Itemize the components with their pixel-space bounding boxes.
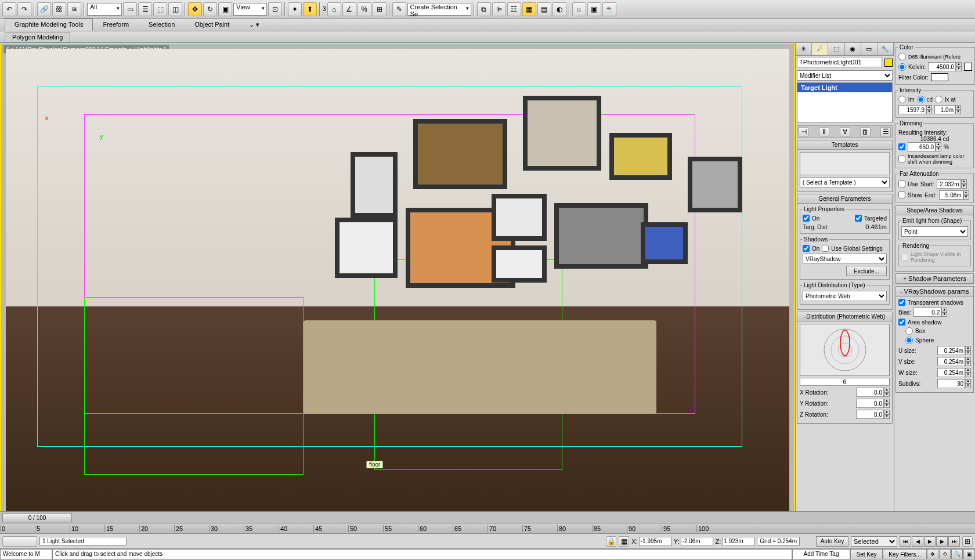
remove-modifier-icon[interactable]: 🗑	[860, 127, 871, 136]
undo-button[interactable]: ↶	[2, 2, 16, 16]
spin-up-icon[interactable]: ▲	[955, 105, 961, 110]
kelvin-swatch[interactable]	[964, 63, 972, 71]
shadows-on-checkbox[interactable]	[803, 245, 810, 252]
make-unique-icon[interactable]: ∀	[840, 127, 850, 136]
intensity-dist-input[interactable]	[934, 105, 955, 114]
coord-x-input[interactable]	[639, 537, 671, 546]
atten-end-input[interactable]	[939, 190, 963, 200]
configure-sets-icon[interactable]: ☰	[880, 127, 891, 136]
rendered-frame-button[interactable]: ▣	[587, 2, 601, 16]
spin-up-icon[interactable]: ▲	[884, 388, 890, 392]
hierarchy-tab-icon[interactable]: ⬚	[828, 43, 844, 55]
cd-radio[interactable]	[917, 96, 925, 103]
goto-end-icon[interactable]: ⏭	[948, 536, 960, 547]
spin-up-icon[interactable]: ▲	[965, 357, 971, 362]
general-params-header[interactable]: General Parameters	[797, 194, 892, 204]
spin-down-icon[interactable]: ▼	[965, 362, 971, 366]
autokey-button[interactable]: Auto Key	[816, 536, 848, 547]
ribbon-expand-icon[interactable]: ⌄ ▾	[239, 19, 269, 31]
spin-down-icon[interactable]: ▼	[965, 373, 971, 377]
spinner-snap-button[interactable]: ⊞	[373, 2, 387, 16]
coord-z-input[interactable]	[722, 537, 754, 546]
select-by-name-button[interactable]: ☰	[138, 2, 152, 16]
spin-up-icon[interactable]: ▲	[926, 105, 932, 110]
spin-down-icon[interactable]: ▼	[926, 110, 932, 114]
redo-button[interactable]: ↷	[17, 2, 31, 16]
edit-selection-button[interactable]: ✎	[392, 2, 406, 16]
sphere-radio[interactable]	[905, 337, 913, 344]
polygon-modeling-panel[interactable]: Polygon Modeling	[5, 32, 70, 42]
use-pivot-button[interactable]: ⊡	[268, 2, 282, 16]
spin-up-icon[interactable]: ▲	[884, 410, 890, 414]
dimming-checkbox[interactable]	[898, 143, 905, 150]
keyboard-shortcut-button[interactable]: ⬆	[303, 2, 317, 16]
modifier-list-dropdown[interactable]: Modifier List	[797, 70, 893, 81]
vrayshadows-header[interactable]: - VRayShadows params	[896, 287, 973, 297]
coord-y-input[interactable]	[681, 537, 713, 546]
motion-tab-icon[interactable]: ◉	[845, 43, 861, 55]
d65-radio[interactable]	[898, 53, 906, 60]
bias-input[interactable]	[913, 308, 941, 317]
tab-freeform[interactable]: Freeform	[93, 19, 139, 31]
modifier-stack[interactable]: Target Light	[797, 82, 893, 123]
vsize-input[interactable]	[937, 357, 965, 366]
maxscript-mini-listener[interactable]	[2, 536, 37, 547]
unlink-button[interactable]: ⛓	[52, 2, 66, 16]
tab-selection[interactable]: Selection	[139, 19, 185, 31]
play-icon[interactable]: ▶	[924, 536, 936, 547]
shape-select[interactable]: Point	[901, 226, 968, 237]
angle-snap-button[interactable]: ∠	[342, 2, 356, 16]
use-global-checkbox[interactable]	[822, 245, 829, 252]
pin-stack-icon[interactable]: ⊣	[799, 127, 809, 136]
object-color-swatch[interactable]	[884, 59, 893, 67]
window-crossing-button[interactable]: ◫	[168, 2, 182, 16]
nav-max-icon[interactable]: ▣	[963, 549, 975, 559]
lxat-radio[interactable]	[935, 96, 943, 103]
selection-filter-dropdown[interactable]: All	[87, 3, 122, 16]
spin-up-icon[interactable]: ▲	[965, 379, 971, 384]
select-object-button[interactable]: ▭	[123, 2, 137, 16]
select-rotate-button[interactable]: ↻	[203, 2, 217, 16]
kelvin-input[interactable]	[928, 62, 956, 71]
key-mode-icon[interactable]: ⊞	[962, 536, 973, 547]
render-button[interactable]: ☕	[602, 2, 616, 16]
filter-color-swatch[interactable]	[931, 73, 948, 81]
show-atten-checkbox[interactable]	[898, 192, 905, 198]
usize-input[interactable]	[937, 346, 965, 355]
spin-down-icon[interactable]: ▼	[963, 195, 969, 200]
xrot-input[interactable]	[856, 388, 884, 397]
keyfilters-button[interactable]: Key Filters...	[883, 549, 927, 559]
light-dist-select[interactable]: Photometric Web	[803, 291, 887, 301]
ref-coord-dropdown[interactable]: View	[233, 3, 267, 16]
time-slider[interactable]: 0 / 100	[2, 513, 72, 522]
lock-selection-icon[interactable]: 🔒	[606, 536, 616, 547]
utilities-tab-icon[interactable]: 🔧	[878, 43, 894, 55]
targeted-checkbox[interactable]	[855, 215, 862, 222]
box-radio[interactable]	[905, 327, 913, 335]
goto-start-icon[interactable]: ⏮	[900, 536, 911, 547]
nav-zoom-icon[interactable]: 🔍	[951, 549, 963, 559]
maxscript-listener[interactable]: Welcome to M	[0, 549, 52, 560]
schematic-view-button[interactable]: ▤	[537, 2, 551, 16]
spin-up-icon[interactable]: ▲	[941, 308, 947, 312]
nav-orbit-icon[interactable]: ⟲	[939, 549, 951, 559]
incand-checkbox[interactable]	[898, 156, 905, 162]
wsize-input[interactable]	[937, 368, 965, 377]
mirror-button[interactable]: ⧉	[477, 2, 491, 16]
transform-type-in-icon[interactable]: ▦	[619, 536, 629, 547]
distribution-header[interactable]: -Distribution (Photometric Web)	[797, 312, 892, 321]
intensity-input[interactable]	[898, 105, 926, 114]
spin-up-icon[interactable]: ▲	[961, 179, 967, 184]
tab-graphite[interactable]: Graphite Modeling Tools	[5, 19, 93, 31]
zrot-input[interactable]	[856, 410, 884, 419]
spin-down-icon[interactable]: ▼	[941, 312, 947, 317]
template-select[interactable]: ( Select a Template )	[800, 177, 890, 187]
align-button[interactable]: ⊫	[492, 2, 506, 16]
show-end-result-icon[interactable]: Ⅱ	[819, 127, 829, 136]
display-tab-icon[interactable]: ▭	[861, 43, 878, 55]
nav-pan-icon[interactable]: ✥	[927, 549, 938, 559]
use-atten-checkbox[interactable]	[898, 180, 905, 187]
time-ruler[interactable]: 0510152025303540455055606570758085909510…	[0, 523, 975, 533]
light-on-checkbox[interactable]	[803, 215, 810, 222]
shadow-params-header[interactable]: + Shadow Parameters	[896, 274, 973, 284]
